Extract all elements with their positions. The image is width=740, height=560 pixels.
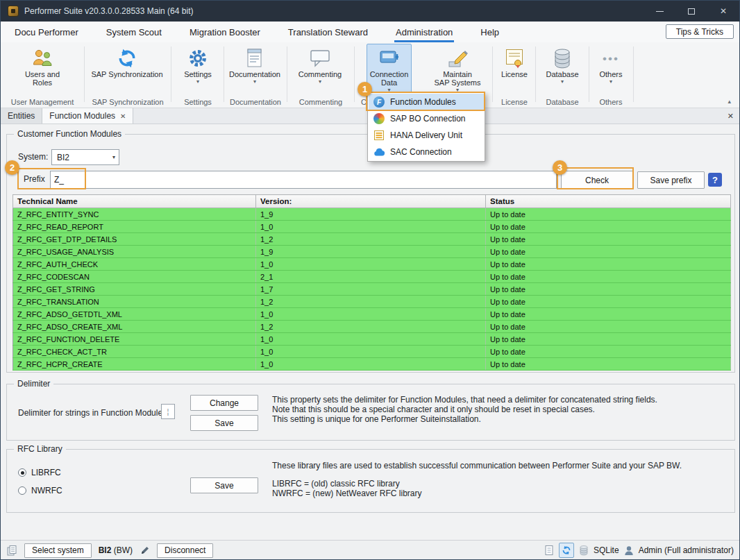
group-label-sap-synchronization: SAP Synchronization (85, 97, 170, 107)
save-prefix-button[interactable]: Save prefix (637, 171, 705, 189)
menu-item-sac-connection[interactable]: SAC Connection (369, 144, 484, 160)
tab-function-modules[interactable]: Function Modules ✕ (42, 108, 133, 124)
tab-migration-booster[interactable]: Migration Booster (188, 22, 262, 42)
tab-administration[interactable]: Administration (394, 22, 454, 42)
ribbon-button-connection-data[interactable]: ConnectionData ▾ (367, 44, 412, 95)
annotation-step-2: 2 (5, 160, 19, 175)
table-cell: 1_0 (256, 346, 486, 358)
table-row[interactable]: Z_RFC_TRANSLATION1_2Up to date (13, 296, 731, 308)
close-icon: ✕ (720, 6, 727, 16)
documentation-icon (246, 46, 264, 70)
check-button[interactable]: Check (561, 171, 633, 189)
table-cell: Up to date (486, 208, 731, 221)
group-title: Customer Function Modules (14, 129, 125, 139)
sqlite-database-icon (579, 545, 589, 556)
table-cell: 1_0 (256, 258, 486, 271)
pages-icon[interactable] (6, 545, 17, 556)
close-button[interactable]: ✕ (707, 1, 739, 22)
table-row[interactable]: Z_RFC_FUNCTION_DELETE1_0Up to date (13, 333, 731, 346)
prefix-input[interactable] (50, 171, 557, 189)
table-row[interactable]: Z_RFC_ADSO_CREATE_XML1_2Up to date (13, 321, 731, 333)
ribbon-button-license[interactable]: License (496, 44, 532, 95)
current-user-label[interactable]: Admin (Full administrator) (639, 545, 734, 555)
nwrfc-radio[interactable]: NWRFC (18, 486, 62, 495)
table-row[interactable]: Z_RFC_AUTH_CHECK1_0Up to date (13, 258, 731, 271)
group-separator (287, 46, 287, 102)
table-row[interactable]: Z_RFC_HCPR_CREATE1_0Up to date (13, 358, 731, 371)
group-separator (535, 46, 536, 102)
menu-item-hana-delivery-unit[interactable]: HANA Delivery Unit (369, 127, 484, 144)
connected-system-name: BI2 (99, 545, 112, 555)
ribbon-button-settings[interactable]: Settings ▾ (176, 44, 220, 95)
delimiter-description-line: Note that this should be a special chara… (272, 405, 595, 415)
menu-item-function-modules[interactable]: F Function Modules (369, 94, 484, 110)
group-label-documentation: Documentation (224, 97, 287, 107)
ribbon-button-documentation[interactable]: Documentation ▾ (226, 44, 284, 95)
table-row[interactable]: Z_RFC_ADSO_GETDTL_XML1_0Up to date (13, 308, 731, 321)
table-cell: Z_RFC_ADSO_CREATE_XML (13, 321, 256, 333)
help-icon[interactable]: ? (708, 173, 722, 187)
table-row[interactable]: Z_RFC_ENTITY_SYNC1_9Up to date (13, 208, 731, 221)
delimiter-value-box[interactable]: ¦ (161, 404, 175, 419)
table-cell: Z_RFC_CODESCAN (13, 271, 256, 283)
table-row[interactable]: Z_RFC_USAGE_ANALYSIS1_9Up to date (13, 246, 731, 258)
connection-data-icon (379, 46, 400, 70)
document-icon[interactable] (544, 545, 554, 556)
ribbon-button-users-and-roles[interactable]: Users andRoles (8, 44, 77, 95)
ribbon-button-commenting[interactable]: Commenting ▾ (291, 44, 349, 95)
app-window: Performer Suite v20.3.0.0.28533 Main (64… (0, 0, 740, 560)
ellipsis-icon: ••• (603, 53, 619, 65)
close-document-icon[interactable]: ✕ (728, 108, 734, 124)
collapse-ribbon-icon[interactable]: ▴ (728, 98, 731, 105)
delimiter-group: Delimiter Delimiter for strings in Funct… (6, 384, 735, 441)
select-system-button[interactable]: Select system (24, 543, 92, 558)
tab-label: Entities (8, 111, 35, 121)
table-row[interactable]: Z_RFC_CODESCAN2_1Up to date (13, 271, 731, 283)
tips-and-tricks-button[interactable]: Tips & Tricks (666, 24, 734, 39)
group-title: RFC Library (14, 444, 66, 454)
sync-button[interactable] (559, 543, 574, 558)
group-label-settings: Settings (173, 97, 223, 107)
column-header-status[interactable]: Status (486, 195, 731, 208)
window-title: Performer Suite v20.3.0.0.28533 Main (64… (24, 6, 193, 16)
disconnect-button[interactable]: Disconnect (157, 543, 213, 558)
table-cell: Up to date (486, 346, 731, 358)
table-cell: Z_RFC_ENTITY_SYNC (13, 208, 256, 221)
tab-help[interactable]: Help (479, 22, 501, 42)
save-rfc-library-button[interactable]: Save (190, 477, 258, 493)
menu-item-sap-bo-connection[interactable]: SAP BO Connection (369, 110, 484, 127)
sac-cloud-icon (373, 146, 385, 158)
table-cell: Z_RFC_READ_REPORT (13, 221, 256, 233)
tab-system-scout[interactable]: System Scout (105, 22, 163, 42)
column-header-version[interactable]: Version: (256, 195, 486, 208)
table-row[interactable]: Z_RFC_CHECK_ACT_TR1_0Up to date (13, 346, 731, 358)
minimize-button[interactable] (644, 1, 675, 22)
column-header-technical-name[interactable]: Technical Name (13, 195, 256, 208)
librfc-radio[interactable]: LIBRFC (18, 468, 61, 477)
titlebar: Performer Suite v20.3.0.0.28533 Main (64… (1, 1, 739, 22)
change-delimiter-button[interactable]: Change (190, 395, 258, 411)
close-tab-icon[interactable]: ✕ (120, 112, 126, 120)
rfc-legend-line: NWRFC = (new) NetWeaver RFC library (272, 489, 421, 499)
table-cell: 1_0 (256, 308, 486, 321)
system-select[interactable]: BI2 ▾ (51, 149, 119, 165)
table-cell: Up to date (486, 358, 731, 371)
table-cell: Z_RFC_USAGE_ANALYSIS (13, 246, 256, 258)
tab-docu-performer[interactable]: Docu Performer (13, 22, 80, 42)
table-cell: Up to date (486, 296, 731, 308)
edit-pen-icon[interactable] (140, 545, 150, 556)
radio-label: LIBRFC (31, 468, 61, 477)
tab-translation-steward[interactable]: Translation Steward (287, 22, 369, 42)
ribbon-button-others[interactable]: ••• Others ▾ (589, 44, 632, 95)
ribbon-button-database[interactable]: Database ▾ (539, 44, 585, 95)
table-cell: Up to date (486, 271, 731, 283)
ribbon-button-sap-synchronization[interactable]: SAP Synchronization (88, 44, 166, 95)
maximize-button[interactable] (675, 1, 707, 22)
group-label-license: License (494, 97, 535, 107)
save-delimiter-button[interactable]: Save (190, 415, 258, 431)
table-row[interactable]: Z_RFC_GET_STRING1_7Up to date (13, 283, 731, 296)
tab-entities[interactable]: Entities (1, 108, 42, 124)
ribbon-button-maintain-sap-systems[interactable]: MaintainSAP Systems ▾ (426, 44, 489, 95)
table-row[interactable]: Z_RFC_GET_DTP_DETAILS1_2Up to date (13, 233, 731, 246)
table-row[interactable]: Z_RFC_READ_REPORT1_0Up to date (13, 221, 731, 233)
